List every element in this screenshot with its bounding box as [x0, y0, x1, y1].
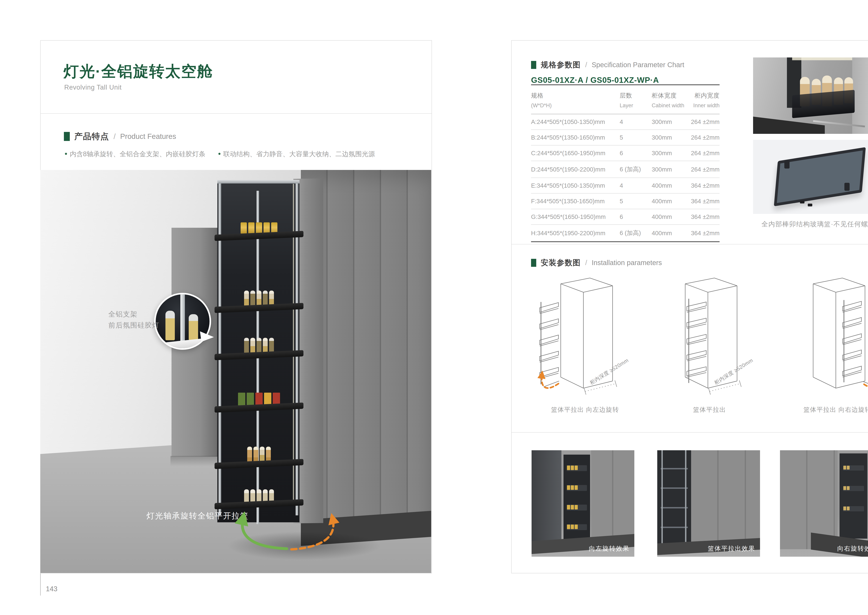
header-cn: 柜体宽度: [652, 92, 687, 100]
basket-row: [567, 504, 587, 510]
cell-spec: B:244*505*(1350-1650)mm: [531, 130, 620, 145]
basket-level-1: [215, 213, 303, 239]
small-clip: [808, 204, 812, 206]
col-header-inner-width: 柜内宽度Inner width: [687, 85, 720, 114]
item: [847, 486, 849, 490]
basket-row: [843, 506, 864, 511]
cell-spec: F:344*505*(1350-1650)mm: [531, 194, 620, 209]
bottle-shape: [244, 338, 249, 353]
green-square-icon: [64, 132, 70, 141]
bottle-shape: [257, 489, 261, 502]
bottle-shape: [257, 290, 261, 306]
item: [571, 505, 574, 509]
bottle-shape: [253, 446, 258, 462]
cell-cabinet-width: 300mm: [652, 145, 687, 161]
pullout-unit: [564, 454, 590, 544]
cell-inner-width: 264 ±2mm: [687, 130, 720, 145]
cell-inner-width: 364 ±2mm: [687, 225, 720, 242]
hero-product-photo: 全铝支架 前后氛围硅胶灯 灯光轴承旋转全铝平开拉篮: [40, 170, 431, 573]
mount-clip: [784, 161, 790, 169]
basket-items: [219, 287, 298, 306]
cell-layer: 6: [620, 209, 652, 225]
cell-inner-width: 264 ±2mm: [687, 161, 720, 178]
basket-level-6: [215, 481, 303, 507]
effect-caption: 向左旋转效果: [589, 544, 629, 553]
cell-inner-width: 364 ±2mm: [687, 209, 720, 225]
cabinet-line-drawing: [536, 274, 634, 401]
cell-layer: 4: [620, 114, 652, 130]
install-diagram-pull-out: 柜内深度 ≥520mm 篮体平拉出: [661, 274, 758, 415]
bottle-shape: [260, 446, 265, 462]
bottle-shape: [250, 489, 255, 502]
col-header-layer: 层数Layer: [620, 85, 652, 114]
can-shape: [256, 222, 262, 234]
basket-edge: [661, 507, 688, 509]
diagram-caption: 篮体平拉出: [661, 406, 758, 414]
cell-inner-width: 264 ±2mm: [687, 145, 720, 161]
cell-inner-width: 364 ±2mm: [687, 194, 720, 209]
item: [843, 466, 846, 470]
spec-photo-glass-basket: [753, 140, 868, 214]
cabinet-line-drawing: [789, 274, 868, 401]
cabinet-doors: [691, 450, 760, 549]
item: [575, 524, 578, 529]
callout-label-line2: 前后氛围硅胶灯: [108, 320, 159, 331]
cell-cabinet-width: 300mm: [652, 161, 687, 178]
basket-items: [219, 386, 298, 406]
basket-level-4: [215, 385, 303, 411]
cell-spec: C:244*505*(1650-1950)mm: [531, 145, 620, 161]
table-row: C:244*505*(1650-1950)mm6300mm264 ±2mm: [531, 145, 720, 161]
cell-spec: H:344*505*(1950-2200)mm: [531, 225, 620, 242]
aluminum-rail: [662, 450, 663, 548]
basket-level-5: [215, 441, 303, 467]
cell-inner-width: 364 ±2mm: [687, 178, 720, 194]
cell-layer: 5: [620, 194, 652, 209]
bottle-shape: [269, 290, 274, 306]
spec-heading-cn: 规格参数图: [541, 60, 581, 70]
cell-cabinet-width: 300mm: [652, 114, 687, 130]
aluminum-rail: [685, 450, 687, 548]
cell-cabinet-width: 400mm: [652, 194, 687, 209]
bullet-dot-icon: [219, 153, 220, 155]
heading-separator: /: [114, 132, 116, 141]
green-square-icon: [531, 61, 536, 69]
can-shape: [240, 222, 247, 234]
item: [567, 524, 570, 529]
header-en: Inner width: [687, 102, 720, 109]
carton-shape: [238, 393, 245, 406]
install-heading-cn: 安装参数图: [541, 258, 581, 268]
spec-photo-caption: 全内部棒卯结构玻璃篮·不见任何螺丝: [753, 220, 868, 229]
feature-bullet: 内含8轴承旋转、全铝合金支架、内嵌硅胶灯条: [65, 150, 205, 158]
bottle-shape: [257, 338, 261, 353]
basket-row: [567, 524, 587, 530]
bottle-shape: [250, 338, 255, 353]
can-shape: [248, 222, 254, 234]
bottle-shape: [244, 290, 249, 306]
cell-inner-width: 264 ±2mm: [687, 114, 720, 130]
basket-row: [843, 465, 864, 471]
bottle-shape: [189, 314, 198, 340]
spec-heading: 规格参数图 / Specification Parameter Chart: [531, 60, 684, 70]
header-cn: 柜内宽度: [687, 92, 720, 100]
header-cn: 规格: [531, 92, 620, 100]
page-margin-tick: [40, 573, 41, 596]
bottle-shape: [263, 338, 268, 353]
feature-bullet: 联动结构、省力静音、大容量大收纳、二边氛围光源: [219, 150, 375, 158]
col-header-spec: 规格(W*D*H): [531, 85, 620, 114]
callout-pole: [180, 294, 185, 348]
top-frame-bar: [217, 180, 300, 183]
install-heading: 安装参数图 / Installation parameters: [531, 258, 662, 268]
basket-row: [567, 465, 587, 471]
basket-items: [219, 334, 298, 353]
col-header-cabinet-width: 柜体宽度Cabinet width: [652, 85, 687, 114]
bottle-shape: [165, 311, 175, 340]
green-rotate-arrow: [242, 518, 287, 549]
item: [567, 465, 570, 470]
bottle-shape: [263, 290, 268, 306]
cell-spec: E:344*505*(1050-1350)mm: [531, 178, 620, 194]
cabinet-doors: [591, 450, 634, 546]
effect-photo-pull-out: 篮体平拉出效果: [657, 450, 760, 557]
spec-table-header-row: 规格(W*D*H) 层数Layer 柜体宽度Cabinet width 柜内宽度…: [531, 85, 720, 114]
bottle-shape: [244, 489, 249, 502]
item: [571, 524, 574, 529]
